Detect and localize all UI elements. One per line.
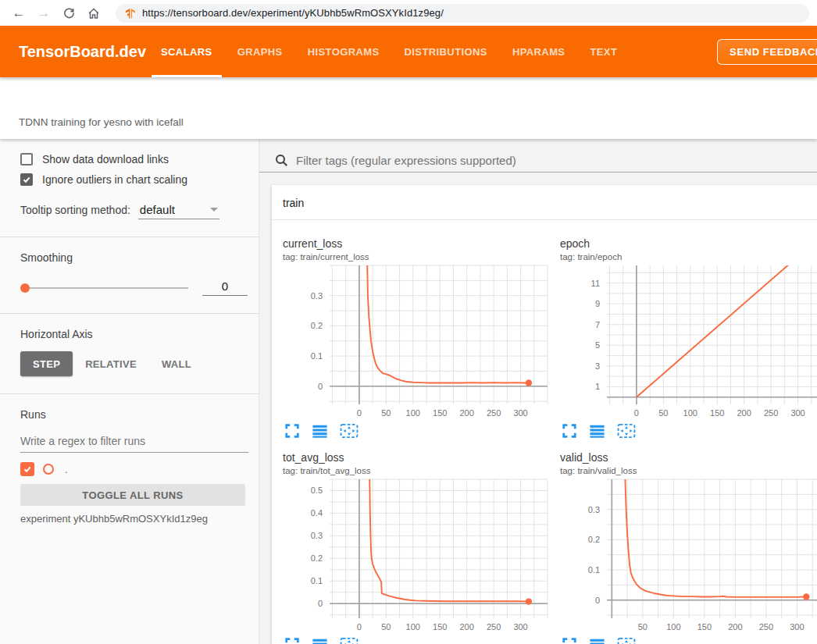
svg-text:300: 300 <box>513 622 527 632</box>
runs-section: Runs . TOGGLE ALL RUNS experiment yKUbhb… <box>0 394 259 542</box>
tab-scalars[interactable]: SCALARS <box>152 26 222 77</box>
smoothing-slider[interactable] <box>20 287 188 289</box>
svg-text:50: 50 <box>381 622 391 632</box>
svg-text:150: 150 <box>433 408 447 418</box>
fit-domain-icon[interactable] <box>617 423 636 440</box>
svg-text:1: 1 <box>595 382 600 391</box>
reload-icon[interactable] <box>58 3 80 23</box>
svg-text:300: 300 <box>790 408 805 418</box>
chart-title: epoch <box>560 237 817 250</box>
url-bar[interactable]: https://tensorboard.dev/experiment/yKUbh… <box>116 4 809 23</box>
smoothing-slider-thumb[interactable] <box>20 283 30 293</box>
data-lines-icon[interactable] <box>312 637 328 644</box>
tooltip-sorting-select[interactable]: default <box>138 203 219 219</box>
fullscreen-icon[interactable] <box>562 423 577 440</box>
svg-text:7: 7 <box>595 320 600 329</box>
svg-text:0: 0 <box>357 408 362 418</box>
axis-option-step[interactable]: STEP <box>20 351 73 376</box>
svg-text:0.3: 0.3 <box>588 505 600 514</box>
chart-tag: tag: train/valid_loss <box>560 466 817 475</box>
show-download-links-checkbox[interactable] <box>20 153 33 165</box>
svg-text:150: 150 <box>697 622 712 632</box>
fit-domain-icon[interactable] <box>340 423 359 440</box>
chart-tot_avg_loss[interactable]: 05010015020025030000.10.20.30.40.5 <box>283 479 552 633</box>
chart-cell-tot_avg_loss: tot_avg_losstag: train/tot_avg_loss05010… <box>283 451 556 644</box>
svg-text:150: 150 <box>433 622 447 632</box>
svg-text:0: 0 <box>357 622 362 632</box>
back-icon[interactable]: ← <box>8 3 30 23</box>
search-icon <box>275 154 288 167</box>
svg-text:50: 50 <box>658 408 668 418</box>
axis-option-wall[interactable]: WALL <box>149 351 204 376</box>
chart-actions <box>283 637 556 644</box>
ignore-outliers-row[interactable]: Ignore outliers in chart scaling <box>20 173 248 186</box>
svg-text:0.5: 0.5 <box>311 486 323 495</box>
svg-text:0: 0 <box>318 599 323 608</box>
tensorboard-favicon <box>125 8 136 19</box>
chart-epoch[interactable]: 0501001502002503001357911 <box>560 265 817 419</box>
home-icon[interactable] <box>83 3 105 23</box>
group-header-train[interactable]: train <box>272 185 817 220</box>
svg-text:0: 0 <box>634 408 639 418</box>
chart-valid_loss[interactable]: 5010015020025030000.10.20.3 <box>560 479 817 633</box>
train-group-card: train current_losstag: train/current_los… <box>272 185 817 644</box>
runs-label: Runs <box>20 408 248 421</box>
fit-domain-icon[interactable] <box>617 637 636 644</box>
tag-filter-input[interactable] <box>296 154 817 167</box>
tab-distributions[interactable]: DISTRIBUTIONS <box>395 26 497 77</box>
show-download-links-label: Show data download links <box>42 153 169 165</box>
chevron-down-icon <box>210 208 218 212</box>
ignore-outliers-checkbox[interactable] <box>20 173 33 186</box>
svg-text:0: 0 <box>318 382 323 391</box>
experiment-title-band: TDNN training for yesno with icefall <box>0 77 817 139</box>
svg-text:0: 0 <box>595 596 600 605</box>
svg-text:100: 100 <box>406 408 420 418</box>
show-download-links-row[interactable]: Show data download links <box>20 153 248 165</box>
experiment-title: TDNN training for yesno with icefall <box>19 116 184 128</box>
fullscreen-icon[interactable] <box>562 637 577 644</box>
chart-current_loss[interactable]: 05010015020025030000.10.20.3 <box>283 265 552 419</box>
chart-cell-epoch: epochtag: train/epoch0501001502002503001… <box>560 237 817 440</box>
svg-text:300: 300 <box>790 622 804 632</box>
fullscreen-icon[interactable] <box>284 423 300 440</box>
tab-graphs[interactable]: GRAPHS <box>228 26 292 77</box>
forward-icon[interactable]: → <box>33 3 55 23</box>
fullscreen-icon[interactable] <box>284 637 300 644</box>
tab-hparams[interactable]: HPARAMS <box>503 26 575 77</box>
tab-text[interactable]: TEXT <box>580 26 626 77</box>
smoothing-section: Smoothing 0 <box>0 237 259 314</box>
axis-option-relative[interactable]: RELATIVE <box>73 351 149 376</box>
svg-text:100: 100 <box>406 622 420 632</box>
data-lines-icon[interactable] <box>589 423 605 440</box>
fit-domain-icon[interactable] <box>340 637 359 644</box>
toggle-all-runs-button[interactable]: TOGGLE ALL RUNS <box>20 484 245 506</box>
svg-text:50: 50 <box>381 408 391 418</box>
chart-actions <box>560 423 817 440</box>
ignore-outliers-label: Ignore outliers in chart scaling <box>42 173 187 186</box>
chart-actions <box>560 637 817 644</box>
data-lines-icon[interactable] <box>589 637 605 644</box>
runs-filter-input[interactable] <box>20 432 248 453</box>
svg-text:300: 300 <box>513 408 527 418</box>
experiment-caption: experiment yKUbhb5wRmOSXYkId1z9eg <box>20 513 248 525</box>
run-checkbox[interactable] <box>20 462 34 476</box>
run-name: . <box>65 464 68 475</box>
tab-histograms[interactable]: HISTOGRAMS <box>298 26 389 77</box>
svg-text:0.2: 0.2 <box>588 535 600 544</box>
svg-text:50: 50 <box>638 622 648 632</box>
chart-cell-current_loss: current_losstag: train/current_loss05010… <box>283 237 556 440</box>
data-lines-icon[interactable] <box>312 423 328 440</box>
svg-text:0.2: 0.2 <box>311 321 323 330</box>
smoothing-value[interactable]: 0 <box>202 279 248 296</box>
svg-text:250: 250 <box>487 408 501 418</box>
svg-text:0.1: 0.1 <box>311 351 323 361</box>
tab-bar: SCALARSGRAPHSHISTOGRAMSDISTRIBUTIONSHPAR… <box>152 26 633 77</box>
horizontal-axis-label: Horizontal Axis <box>20 328 248 340</box>
run-row: . <box>20 462 248 476</box>
chart-tag: tag: train/tot_avg_loss <box>283 466 556 475</box>
axis-button-group: STEPRELATIVEWALL <box>20 351 248 376</box>
run-color-swatch <box>43 464 54 475</box>
svg-text:250: 250 <box>759 622 773 632</box>
send-feedback-button[interactable]: SEND FEEDBACK <box>717 39 817 65</box>
settings-sidebar: Show data download links Ignore outliers… <box>0 139 259 644</box>
